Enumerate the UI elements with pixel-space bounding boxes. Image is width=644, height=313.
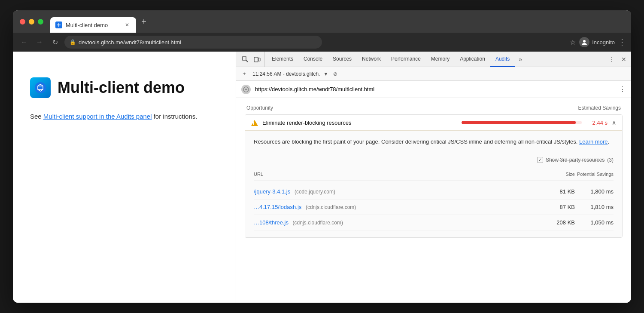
tab-favicon (55, 21, 62, 28)
new-tab-button[interactable]: + (138, 15, 150, 28)
browser-window: Multi-client demo ✕ + ← → ↻ 🔒 devtools.g… (13, 10, 631, 303)
third-party-checkbox[interactable]: ✓ (537, 157, 543, 163)
resource-url-main-1[interactable]: /jquery-3.4.1.js (254, 188, 290, 195)
devtools-tabs: Elements Console Sources Network Perform… (267, 52, 606, 67)
page-title: Multi-client demo (58, 79, 185, 97)
audit-collapse-button[interactable]: ∧ (612, 119, 616, 126)
resources-header: URL Size Potential Savings (254, 170, 614, 181)
resource-url-3: …108/three.js (cdnjs.cloudflare.com) (254, 219, 541, 226)
tab-bar: Multi-client demo ✕ + (50, 14, 624, 29)
audit-item-title: Eliminate render-blocking resources (262, 120, 457, 126)
svg-point-2 (35, 82, 46, 93)
tab-application[interactable]: Application (455, 52, 490, 67)
page-content: Multi-client demo See Multi-client suppo… (13, 52, 236, 303)
devtools-close-button[interactable]: ✕ (618, 54, 629, 65)
back-button[interactable]: ← (18, 36, 30, 48)
third-party-row: ✓ Show 3rd-party resources (3) (245, 153, 622, 166)
audit-savings: 2.44 s (586, 120, 608, 126)
resource-url-domain-2: (cdnjs.cloudflare.com) (306, 204, 356, 210)
tab-close-button[interactable]: ✕ (123, 21, 131, 29)
svg-point-1 (583, 40, 586, 43)
audit-item-render-blocking: Eliminate render-blocking resources 2.44… (245, 114, 623, 238)
resource-savings-1: 1,800 ms (575, 188, 614, 195)
warning-icon (251, 119, 258, 126)
resource-url-main-2[interactable]: …4.17.15/lodash.js (254, 204, 301, 210)
audit-progress-bar (462, 121, 582, 124)
resource-size-3: 208 KB (541, 219, 575, 226)
audits-url-text: https://devtools.glitch.me/wndt78/multic… (255, 86, 615, 92)
main-content: Multi-client demo See Multi-client suppo… (13, 52, 631, 303)
devtools-more-button[interactable]: ⋮ (606, 54, 617, 65)
audits-stop-button[interactable]: ⊘ (331, 70, 339, 78)
audits-toolbar: + 11:24:56 AM - devtools.glitch. ▼ ⊘ (236, 67, 631, 81)
col-url-header: URL (254, 172, 541, 177)
lock-icon: 🔒 (70, 39, 76, 45)
tab-audits[interactable]: Audits (490, 52, 515, 67)
tab-performance[interactable]: Performance (386, 52, 426, 67)
tab-memory[interactable]: Memory (426, 52, 455, 67)
devtools-actions: ⋮ ✕ (606, 54, 629, 65)
resource-row: …4.17.15/lodash.js (cdnjs.cloudflare.com… (254, 199, 614, 215)
profile-icon[interactable] (579, 37, 589, 47)
devtools-tools (238, 52, 265, 67)
svg-rect-3 (243, 57, 246, 60)
resource-url-domain-1: (code.jquery.com) (295, 189, 335, 195)
resource-row: /jquery-3.4.1.js (code.jquery.com) 81 KB… (254, 184, 614, 199)
tab-title: Multi-client demo (66, 22, 120, 28)
reload-button[interactable]: ↻ (49, 36, 61, 48)
tab-elements[interactable]: Elements (267, 52, 298, 67)
col-savings-header: Potential Savings (575, 172, 614, 177)
url-text: devtools.glitch.me/wndt78/multiclient.ht… (79, 39, 181, 46)
forward-button[interactable]: → (33, 36, 46, 48)
resource-savings-3: 1,050 ms (575, 219, 614, 226)
audit-detail: Resources are blocking the first paint o… (245, 131, 622, 153)
audit-progress-fill (462, 121, 576, 124)
estimated-savings-label: Estimated Savings (578, 105, 621, 111)
audit-section-header: Opportunity Estimated Savings (245, 105, 623, 111)
active-tab[interactable]: Multi-client demo ✕ (50, 17, 136, 33)
audits-add-button[interactable]: + (240, 69, 249, 79)
inspect-element-button[interactable] (240, 54, 251, 65)
resource-url-2: …4.17.15/lodash.js (cdnjs.cloudflare.com… (254, 204, 541, 210)
url-bar[interactable]: 🔒 devtools.glitch.me/wndt78/multiclient.… (64, 36, 322, 49)
audit-item-header[interactable]: Eliminate render-blocking resources 2.44… (245, 115, 622, 131)
devtools-topbar: Elements Console Sources Network Perform… (236, 52, 631, 67)
resource-url-main-3[interactable]: …108/three.js (254, 219, 289, 226)
svg-rect-4 (254, 57, 258, 62)
svg-rect-5 (258, 58, 260, 61)
svg-point-7 (245, 89, 247, 90)
profile-area: Incognito (579, 37, 615, 47)
audits-url-bar: https://devtools.glitch.me/wndt78/multic… (236, 81, 631, 98)
tab-network[interactable]: Network (357, 52, 386, 67)
resource-size-2: 87 KB (541, 204, 575, 210)
resource-url-1: /jquery-3.4.1.js (code.jquery.com) (254, 188, 541, 195)
audits-url-icon (241, 85, 251, 94)
tab-console[interactable]: Console (298, 52, 328, 67)
resource-url-domain-3: (cdnjs.cloudflare.com) (293, 220, 343, 226)
audits-panel-link[interactable]: Multi-client support in the Audits panel (43, 113, 152, 120)
tab-sources[interactable]: Sources (328, 52, 357, 67)
browser-more-button[interactable]: ⋮ (618, 37, 626, 47)
resources-table: URL Size Potential Savings /jquery-3.4.1… (245, 166, 622, 237)
device-toolbar-button[interactable] (252, 54, 263, 65)
resource-row: …108/three.js (cdnjs.cloudflare.com) 208… (254, 215, 614, 230)
audits-content: Opportunity Estimated Savings Eliminate … (236, 98, 631, 303)
glitch-logo (30, 77, 51, 98)
title-bar: Multi-client demo ✕ + (13, 10, 631, 33)
col-size-header: Size (541, 172, 575, 177)
devtools-panel: Elements Console Sources Network Perform… (236, 52, 631, 303)
profile-label: Incognito (592, 39, 615, 46)
audits-dropdown-arrow[interactable]: ▼ (323, 71, 328, 77)
page-header: Multi-client demo (30, 77, 219, 98)
bookmark-button[interactable]: ☆ (570, 38, 576, 46)
audits-url-more-button[interactable]: ⋮ (619, 85, 626, 93)
maximize-button[interactable] (38, 19, 43, 25)
address-bar: ← → ↻ 🔒 devtools.glitch.me/wndt78/multic… (13, 33, 631, 52)
more-tabs-button[interactable]: » (515, 54, 526, 65)
third-party-count: (3) (607, 157, 614, 163)
learn-more-link[interactable]: Learn more (579, 138, 608, 145)
opportunity-label: Opportunity (246, 105, 273, 111)
page-description: See Multi-client support in the Audits p… (30, 112, 219, 122)
close-button[interactable] (20, 19, 25, 25)
minimize-button[interactable] (29, 19, 34, 25)
